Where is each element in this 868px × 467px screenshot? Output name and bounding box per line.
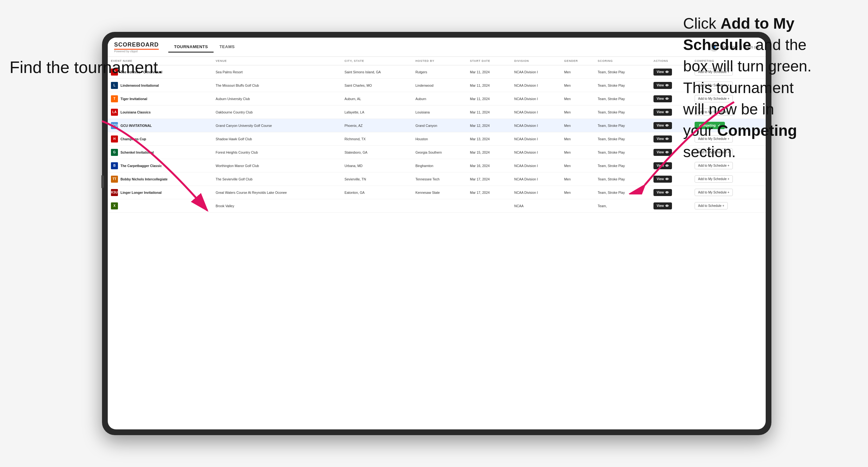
start-date-cell: Mar 17, 2024 xyxy=(467,186,511,199)
col-scoring: SCORING xyxy=(594,57,650,65)
gender-cell: Men xyxy=(561,159,594,173)
col-city-state: CITY, STATE xyxy=(341,57,412,65)
gender-cell: Men xyxy=(561,105,594,119)
add-schedule-label: Add to Schedule + xyxy=(698,204,724,208)
hosted-by-cell: Louisiana xyxy=(412,105,467,119)
start-date-cell: Mar 17, 2024 xyxy=(467,173,511,186)
scoring-cell: Team, Stroke Play xyxy=(594,79,650,92)
gender-cell: Men xyxy=(561,173,594,186)
venue-cell: Great Waters Course At Reynolds Lake Oco… xyxy=(213,186,341,199)
start-date-cell: Mar 11, 2024 xyxy=(467,65,511,79)
actions-cell: View 👁 xyxy=(650,199,691,213)
eye-icon: 👁 xyxy=(665,84,669,87)
gender-cell: Men xyxy=(561,92,594,105)
eye-icon: 👁 xyxy=(665,70,669,74)
event-name-text: Tiger Invitational xyxy=(121,97,147,101)
tab-tournaments[interactable]: TOURNAMENTS xyxy=(168,42,214,53)
venue-cell: Brook Valley xyxy=(213,199,341,213)
venue-cell: The Missouri Bluffs Golf Club xyxy=(213,79,341,92)
city-state-cell: Auburn, AL xyxy=(341,92,412,105)
tab-teams[interactable]: TEAMS xyxy=(214,42,240,53)
table-header-row: EVENT NAME VENUE CITY, STATE HOSTED BY S… xyxy=(108,57,766,65)
city-state-cell: Saint Charles, MO xyxy=(341,79,412,92)
hosted-by-cell: Georgia Southern xyxy=(412,146,467,159)
table-row: R The Johnnie - O Individual Sea Palms R… xyxy=(108,65,766,79)
hosted-by-cell: Lindenwood xyxy=(412,79,467,92)
start-date-cell: Mar 12, 2024 xyxy=(467,119,511,132)
start-date-cell: Mar 15, 2024 xyxy=(467,146,511,159)
city-state-cell: Sevierville, TN xyxy=(341,173,412,186)
competing-cell: Add to Schedule + xyxy=(691,199,766,213)
city-state-cell: Statesboro, GA xyxy=(341,146,412,159)
view-button[interactable]: View 👁 xyxy=(653,82,672,89)
col-venue: VENUE xyxy=(213,57,341,65)
hosted-by-cell: Rutgers xyxy=(412,65,467,79)
arrow-left xyxy=(86,112,220,223)
venue-cell: Forest Heights Country Club xyxy=(213,146,341,159)
hosted-by-cell: Grand Canyon xyxy=(412,119,467,132)
event-name-cell: L Lindenwood Invitational xyxy=(108,79,213,92)
venue-cell: Grand Canyon University Golf Course xyxy=(213,119,341,132)
start-date-cell xyxy=(467,199,511,213)
eye-icon: 👁 xyxy=(665,204,669,208)
division-cell: NCAA Division I xyxy=(511,119,561,132)
event-name-text: Lindenwood Invitational xyxy=(121,84,159,87)
nav-tabs: TOURNAMENTS TEAMS xyxy=(168,42,710,53)
app-logo-sub: Powered by clippd xyxy=(114,50,159,53)
city-state-cell: Saint Simons Island, GA xyxy=(341,65,412,79)
scoring-cell: Team, Stroke Play xyxy=(594,65,650,79)
start-date-cell: Mar 11, 2024 xyxy=(467,79,511,92)
col-division: DIVISION xyxy=(511,57,561,65)
annotation-left: Find the tournament. xyxy=(9,57,162,77)
division-cell: NCAA Division I xyxy=(511,146,561,159)
app-logo: SCOREBOARD xyxy=(114,41,159,50)
gender-cell: Men xyxy=(561,146,594,159)
col-gender: GENDER xyxy=(561,57,594,65)
division-cell: NCAA Division I xyxy=(511,186,561,199)
gender-cell: Men xyxy=(561,119,594,132)
view-button[interactable]: View 👁 xyxy=(653,203,672,210)
start-date-cell: Mar 13, 2024 xyxy=(467,132,511,146)
gender-cell xyxy=(561,199,594,213)
division-cell: NCAA Division I xyxy=(511,159,561,173)
gender-cell: Men xyxy=(561,132,594,146)
gender-cell: Men xyxy=(561,79,594,92)
hosted-by-cell xyxy=(412,199,467,213)
city-state-cell: Lafayette, LA xyxy=(341,105,412,119)
gender-cell: Men xyxy=(561,65,594,79)
hosted-by-cell: Houston xyxy=(412,132,467,146)
event-name-cell: T Tiger Invitational xyxy=(108,92,213,105)
venue-cell: Oakbourne Country Club xyxy=(213,105,341,119)
start-date-cell: Mar 11, 2024 xyxy=(467,105,511,119)
hosted-by-cell: Auburn xyxy=(412,92,467,105)
arrow-right xyxy=(626,92,747,194)
gender-cell: Men xyxy=(561,186,594,199)
logo-area: SCOREBOARD Powered by clippd xyxy=(114,41,159,53)
venue-cell: Worthington Manor Golf Club xyxy=(213,159,341,173)
division-cell: NCAA Division I xyxy=(511,79,561,92)
venue-cell: Shadow Hawk Golf Club xyxy=(213,132,341,146)
add-schedule-button[interactable]: Add to Schedule + xyxy=(694,202,728,210)
venue-cell: Auburn University Club xyxy=(213,92,341,105)
top-bar: SCOREBOARD Powered by clippd TOURNAMENTS… xyxy=(108,38,766,57)
city-state-cell: Phoenix, AZ xyxy=(341,119,412,132)
city-state-cell: Urbana, MD xyxy=(341,159,412,173)
scoring-cell: Team, xyxy=(594,199,650,213)
division-cell: NCAA Division I xyxy=(511,92,561,105)
division-cell: NCAA Division I xyxy=(511,105,561,119)
city-state-cell xyxy=(341,199,412,213)
col-hosted-by: HOSTED BY xyxy=(412,57,467,65)
hosted-by-cell: Binghamton xyxy=(412,159,467,173)
col-start-date: START DATE xyxy=(467,57,511,65)
venue-cell: Sea Palms Resort xyxy=(213,65,341,79)
division-cell: NCAA xyxy=(511,199,561,213)
venue-cell: The Sevierville Golf Club xyxy=(213,173,341,186)
start-date-cell: Mar 16, 2024 xyxy=(467,159,511,173)
hosted-by-cell: Tennessee Tech xyxy=(412,173,467,186)
division-cell: NCAA Division I xyxy=(511,173,561,186)
view-button[interactable]: View 👁 xyxy=(653,68,672,75)
division-cell: NCAA Division I xyxy=(511,65,561,79)
team-logo: T xyxy=(111,95,118,102)
division-cell: NCAA Division I xyxy=(511,132,561,146)
city-state-cell: Richmond, TX xyxy=(341,132,412,146)
